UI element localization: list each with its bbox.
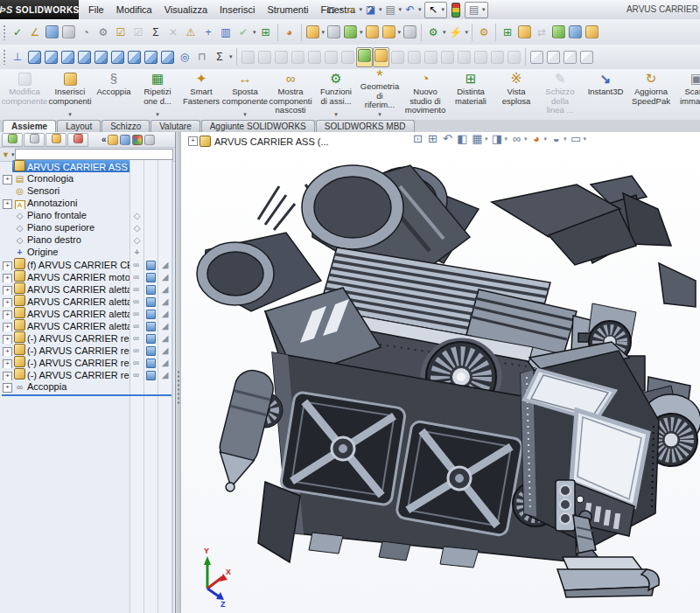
expand-icon[interactable]: + xyxy=(3,335,12,344)
tree-item-cronologia[interactable]: +▤Cronologia xyxy=(0,172,130,185)
toolbox-icon[interactable]: ⚙ xyxy=(425,24,441,40)
view-left-icon[interactable] xyxy=(61,51,74,64)
tab-solidworks-mbd[interactable]: SOLIDWORKS MBD xyxy=(316,120,415,132)
large-assembly-icon[interactable] xyxy=(585,25,598,38)
expand-icon[interactable]: + xyxy=(3,310,12,319)
featuremanager-tree-tab[interactable] xyxy=(2,133,23,147)
save-icon[interactable]: ◪ xyxy=(363,3,378,17)
accoppia-button[interactable]: §Accoppia xyxy=(92,69,136,120)
plane-ghost-icon[interactable]: ◇ xyxy=(131,222,143,233)
component-preview-icon[interactable] xyxy=(108,135,118,145)
plane-ghost-icon[interactable]: ◇ xyxy=(131,210,143,221)
caret-icon[interactable]: ▾ xyxy=(466,29,469,36)
component-eye-icon[interactable]: ∞ xyxy=(130,271,142,282)
display-pane-toggle-icon[interactable] xyxy=(144,135,155,145)
replace-mate-grey-icon[interactable] xyxy=(341,51,354,64)
tree-item-sensori[interactable]: +◎Sensori xyxy=(0,185,130,197)
hlr-view-icon[interactable] xyxy=(547,51,560,64)
smart-fasteners-button[interactable]: ✦SmartFasteners xyxy=(179,69,223,120)
component-eye-icon[interactable]: ∞ xyxy=(130,369,142,380)
verification-icon[interactable]: ✔ xyxy=(235,24,251,40)
distinta-materiali-button[interactable]: ⊞Distintamateriali xyxy=(449,69,493,120)
displaymanager-tab[interactable] xyxy=(67,133,88,147)
linear-pattern-grey-icon[interactable] xyxy=(275,51,288,64)
appearance-swatch-icon[interactable]: ◢ xyxy=(159,283,171,295)
caret-icon[interactable]: ▾ xyxy=(340,6,343,13)
view-dimetric-icon[interactable] xyxy=(161,51,174,64)
tree-item-aletta-2-2[interactable]: +ARVUS CARRIER aletta 2<2> (D xyxy=(0,319,130,331)
inserisci-componenti-button[interactable]: Inseriscicomponenti▾ xyxy=(48,69,92,120)
smart-fasteners-flash-icon[interactable]: ⚡ xyxy=(448,24,464,40)
appearance-swatch-icon[interactable]: ◢ xyxy=(159,296,171,307)
measure-icon[interactable]: ∠ xyxy=(27,24,43,40)
bom-table-icon[interactable]: ⊞ xyxy=(500,24,515,40)
display-mode-icon[interactable] xyxy=(145,310,157,321)
view-front-icon[interactable] xyxy=(28,51,41,64)
view-top-icon[interactable] xyxy=(94,51,108,64)
tree-item-accoppia[interactable]: +∞Accoppia xyxy=(0,380,130,393)
collapse-panel-button[interactable]: « xyxy=(102,135,107,144)
routing-icon[interactable] xyxy=(518,25,531,38)
modifica-componente-button[interactable]: Modificacomponente xyxy=(3,69,46,120)
component-eye-icon[interactable]: ∞ xyxy=(130,357,142,368)
expand-icon[interactable]: + xyxy=(3,323,12,331)
tab-layout[interactable]: Layout xyxy=(57,120,101,132)
display-mode-icon[interactable] xyxy=(145,261,157,272)
no-external-ref-toggle-icon[interactable] xyxy=(373,47,389,67)
degrees-of-freedom-icon[interactable]: + xyxy=(200,24,216,40)
splitter-handle-icon[interactable] xyxy=(177,370,180,405)
appearance-swatch-icon[interactable]: ◢ xyxy=(159,271,171,282)
deviation-analysis-icon[interactable]: ✕ xyxy=(165,24,181,40)
menu-inserisci[interactable]: Inserisci xyxy=(214,4,261,15)
mass-properties-icon[interactable] xyxy=(46,25,59,38)
mostra-componenti-nascosti-button[interactable]: ∞Mostracomponentinascosti xyxy=(269,69,312,120)
caret-icon[interactable]: ▾ xyxy=(399,6,402,13)
appearance-swatch-icon[interactable]: ◢ xyxy=(159,332,171,344)
ripetizione-button[interactable]: ▦Ripetizione d...▾ xyxy=(136,69,179,120)
appearance-swatch-icon[interactable]: ◢ xyxy=(159,320,171,331)
check-readonly-icon[interactable]: ☑ xyxy=(130,24,146,40)
component-eye-icon[interactable]: ∞ xyxy=(130,283,142,295)
component-eye-icon[interactable]: ∞ xyxy=(130,345,142,356)
tree-item-piano-frontale[interactable]: +◇Piano frontale xyxy=(0,209,130,221)
display-mode-icon[interactable] xyxy=(145,371,157,382)
display-mode-icon[interactable] xyxy=(145,359,157,370)
tree-item-reattore-2[interactable]: +(-) ARVUS CARRIER reattore<2> xyxy=(0,344,130,356)
view-back-icon[interactable] xyxy=(45,51,58,64)
tab-assieme[interactable]: Assieme xyxy=(3,120,56,132)
menu-modifica[interactable]: Modifica xyxy=(110,4,158,15)
tree-item-aletta-2-1[interactable]: +ARVUS CARRIER aletta 2<1> (D xyxy=(0,307,130,319)
view-isometric-icon[interactable] xyxy=(128,51,141,64)
compare-documents-icon[interactable]: ▥ xyxy=(218,24,234,40)
photoview-preview-icon[interactable]: ◕ xyxy=(282,24,298,40)
wireframe-view-icon[interactable] xyxy=(580,51,593,64)
nuovo-studio-di-movimento-button[interactable]: ◔Nuovostudio dimovimento xyxy=(403,69,447,120)
component-eye-icon[interactable]: ∞ xyxy=(130,320,142,331)
assembly-features-icon[interactable] xyxy=(306,25,319,38)
display-pane-cube-icon[interactable] xyxy=(120,135,130,145)
mate-icon[interactable] xyxy=(327,25,340,38)
tab-valutare[interactable]: Valutare xyxy=(150,120,200,132)
print-icon[interactable]: ▤ xyxy=(383,3,398,17)
component-eye-icon[interactable]: ∞ xyxy=(130,332,142,344)
tree-item-reattore-4[interactable]: +(-) ARVUS CARRIER reattore<4> xyxy=(0,368,130,380)
expand-icon[interactable]: + xyxy=(3,298,12,307)
scatta-immagini-button[interactable]: ▣Scattaimmagini xyxy=(675,69,700,120)
clearance-grey-icon[interactable] xyxy=(441,51,454,64)
new-document-icon[interactable]: □ xyxy=(324,3,339,17)
design-checker-icon[interactable]: ☑ xyxy=(113,24,129,40)
curvature-check-icon[interactable]: ⚙ xyxy=(95,24,111,40)
caret-icon[interactable]: ▾ xyxy=(443,29,446,36)
mate-grey-icon[interactable] xyxy=(258,51,271,64)
appearance-swatch-icon[interactable]: ◢ xyxy=(159,345,171,356)
origin-ghost-icon[interactable]: + xyxy=(131,247,143,258)
tree-item-aletta-1-2[interactable]: +ARVUS CARRIER aletta 1<2> (D xyxy=(0,295,130,307)
expand-icon[interactable]: + xyxy=(3,261,12,270)
propertymanager-tab[interactable] xyxy=(24,133,45,147)
funzioni-di-assieme-button[interactable]: ⚙Funzionidi assi...▾ xyxy=(314,69,358,120)
tree-item-aletta-1-1[interactable]: +ARVUS CARRIER aletta 1<1> (D xyxy=(0,282,130,295)
tree-item-piano-superiore[interactable]: +◇Piano superiore xyxy=(0,221,130,233)
caret-icon[interactable]: ▾ xyxy=(360,6,363,13)
display-mode-icon[interactable] xyxy=(145,273,157,284)
display-mode-icon[interactable] xyxy=(145,334,157,345)
